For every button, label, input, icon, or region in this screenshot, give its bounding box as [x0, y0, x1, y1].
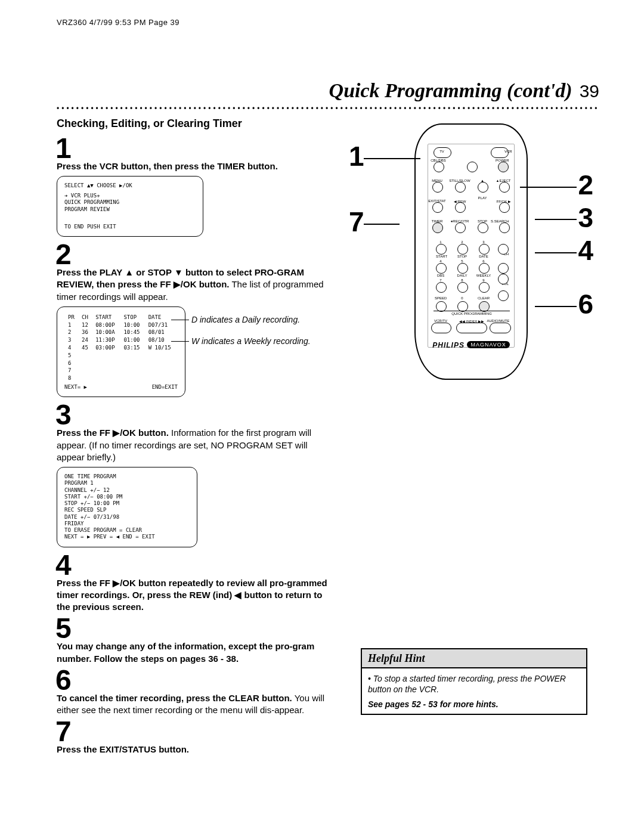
table-row: 23610:00A10:4508/01 — [66, 329, 177, 336]
callout-6: 6 — [578, 290, 593, 318]
osd1-footer: TO END PUSH EXIT — [64, 224, 196, 230]
callout-1: 1 — [349, 143, 364, 170]
table-row: 8 — [66, 375, 177, 382]
osd2-footer-left: NEXT= ▶ — [64, 384, 87, 391]
program-table: PRCHSTARTSTOPDATE 11208:00P10:00D07/31 2… — [64, 313, 178, 383]
step-number-6: 6 — [55, 666, 331, 695]
step-number-3: 3 — [55, 401, 331, 429]
annot-daily: D indicates a Daily recording. — [191, 315, 300, 324]
osd-box-2: PRCHSTARTSTOPDATE 11208:00P10:00D07/31 2… — [57, 306, 185, 397]
page-number: 39 — [580, 82, 599, 100]
helpful-hint-box: Helpful Hint • To stop a started timer r… — [361, 648, 587, 715]
osd1-item3: PROGRAM REVIEW — [64, 206, 196, 213]
vol-down-icon — [498, 290, 509, 301]
step-number-2: 2 — [55, 240, 331, 269]
steps-column: Checking, Editing, or Clearing Timer 1 P… — [57, 117, 331, 756]
ch-up-icon — [498, 244, 509, 255]
annot-weekly: W indicates a Weekly recording. — [191, 336, 311, 346]
dotted-rule: ••••••••••••••••••••••••••••••••••••••••… — [57, 104, 599, 113]
callout-7: 7 — [349, 208, 364, 236]
step-3-bold: Press the FF ▶/OK button. — [57, 428, 169, 438]
osd1-item2: QUICK PROGRAMMING — [64, 199, 196, 206]
callout-3: 3 — [578, 204, 593, 231]
timer-button-icon — [432, 222, 443, 233]
osd2-footer-right: END=EXIT — [152, 384, 178, 391]
slugline: VRZ360 4/7/99 9:53 PM Page 39 — [57, 18, 599, 27]
page-header: Quick Programming (cont'd) 39 — [57, 80, 599, 101]
osd1-header: SELECT ▲▼ CHOOSE ▶/OK — [64, 182, 196, 189]
step-6-text: To cancel the timer recording, press the… — [57, 692, 331, 717]
manual-page: VRZ360 4/7/99 9:53 PM Page 39 ─│─│ Quick… — [0, 0, 644, 833]
annot-line-w — [171, 341, 189, 342]
table-row: 32411:30P01:0008/10 — [66, 337, 177, 343]
table-row: 5 — [66, 352, 177, 359]
step-5-text: You may change any of the information, e… — [57, 640, 331, 665]
table-row: 7 — [66, 367, 177, 374]
remote-control-illustration: TV VCR CBL/DBS POWER MENU STILL/SLOW ▲ ▲… — [414, 123, 528, 380]
step-2-text: Press the PLAY ▲ or STOP ▼ button to sel… — [57, 267, 331, 303]
ch-down-icon — [498, 263, 509, 274]
callout-4: 4 — [578, 237, 593, 264]
step-number-5: 5 — [55, 614, 331, 643]
section-title: Checking, Editing, or Clearing Timer — [57, 117, 331, 131]
step-3-text: Press the FF ▶/OK button. Information fo… — [57, 427, 331, 463]
table-row: 6 — [66, 360, 177, 367]
osd-box-1: SELECT ▲▼ CHOOSE ▶/OK ➔ VCR PLUS+ QUICK … — [57, 176, 203, 237]
annot-line-d — [171, 320, 189, 320]
hint-body: • To stop a started timer recording, pre… — [362, 668, 586, 699]
step-number-7: 7 — [55, 717, 331, 746]
hint-title: Helpful Hint — [362, 649, 586, 668]
vol-up-icon — [498, 274, 509, 284]
cropmark-top: ─│─│ — [0, 27, 328, 39]
step-number-1: 1 — [55, 134, 331, 163]
callout-2: 2 — [578, 171, 593, 199]
step-1-text: Press the VCR button, then press the TIM… — [57, 160, 331, 172]
table-row: 44503:00P03:15W 10/15 — [66, 345, 177, 351]
header-title-text: Quick Programming (cont'd) — [329, 80, 572, 101]
brand-row: PHILIPS MAGNAVOX — [416, 339, 527, 350]
table-row: 11208:00P10:00D07/31 — [66, 322, 177, 329]
step-number-4: 4 — [55, 551, 331, 580]
hint-footer: See pages 52 - 53 for more hints. — [362, 699, 586, 714]
right-column: 1 2 3 4 6 7 TV VCR CBL/DBS — [343, 117, 599, 756]
power-button-icon — [498, 162, 509, 172]
step-7-text: Press the EXIT/STATUS button. — [57, 744, 331, 755]
osd-box-3: ONE TIME PROGRAM PROGRAM 1 CHANNEL +/− 1… — [57, 467, 197, 547]
osd1-item1: ➔ VCR PLUS+ — [64, 193, 196, 199]
step-4-text: Press the FF ▶/OK button repeatedly to r… — [57, 577, 331, 614]
